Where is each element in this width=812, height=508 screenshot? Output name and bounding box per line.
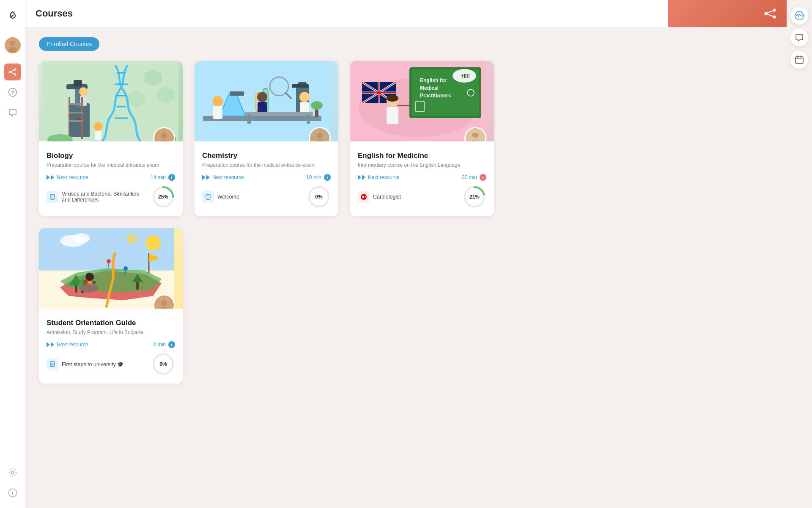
biology-image [39,61,183,141]
biology-resource-name: Viruses and Bacteria: Similarities and D… [62,191,148,203]
svg-point-122 [73,233,90,243]
english-progress: 21% [463,185,486,209]
svg-rect-38 [69,103,83,105]
chemistry-card-body: Chemistry Preparation course for the med… [195,141,338,216]
svg-rect-72 [245,112,313,116]
orientation-progress: 0% [151,352,175,376]
svg-point-135 [85,273,94,281]
english-resource-icon [358,191,370,203]
svg-point-76 [317,133,323,139]
svg-text:HI!!: HI!! [461,73,470,79]
svg-point-120 [127,234,137,244]
svg-point-138 [92,281,96,284]
right-heartpulse-btn[interactable] [790,7,808,25]
chemistry-resource-name: Welcome [217,194,304,200]
svg-rect-58 [292,84,309,88]
svg-text:i: i [12,490,14,496]
svg-rect-39 [69,112,83,113]
enrolled-courses-badge[interactable]: Enrolled Courses [39,37,99,51]
svg-point-107 [387,95,398,102]
svg-point-119 [145,235,161,251]
orientation-subtitle: Admission, Study Program, Life in Bulgar… [47,329,175,335]
english-time-info: i [480,174,486,181]
chemistry-resource-row: Welcome 0% [202,185,331,209]
biology-time: 14 min [151,174,166,180]
sidebar-item-chat[interactable] [4,104,21,121]
biology-subtitle: Preparation course for the medical entra… [47,162,175,168]
right-calendar-btn[interactable] [790,51,808,69]
svg-line-6 [10,69,15,72]
svg-line-19 [766,14,774,17]
svg-rect-32 [74,80,82,86]
svg-point-131 [123,266,128,271]
english-card-body: English for Medicine Intermediary course… [350,141,494,216]
chemistry-next-resource: Next resource 10 min i [202,174,331,181]
biology-next-resource-label[interactable]: Next resource [57,174,88,180]
orientation-image [39,228,183,309]
orientation-time-info: i [168,341,175,348]
orientation-title: Student Orientation Guide [47,319,175,327]
sidebar-item-info[interactable]: i [4,484,21,501]
chemistry-title: Chemistry [202,152,331,160]
svg-rect-74 [307,115,310,124]
sidebar-item-settings[interactable] [4,464,21,481]
chemistry-time-info: i [324,174,331,181]
biology-progress: 25% [151,185,175,209]
biology-resource-row: Viruses and Bacteria: Similarities and D… [47,185,175,209]
orientation-progress-text: 0% [159,361,167,367]
orientation-card-body: Student Orientation Guide Admission, Stu… [39,309,183,384]
right-chat-btn[interactable] [790,29,808,47]
svg-line-18 [766,10,774,14]
english-image: English for Medical Practitioners HI!! [350,61,494,141]
chemistry-resource-icon [202,191,214,203]
sidebar-item-share[interactable] [4,64,21,80]
chemistry-progress: 0% [307,185,331,209]
svg-point-1 [10,41,15,46]
svg-rect-73 [247,115,251,124]
svg-rect-40 [69,120,83,122]
english-resource-row: Cardiologist 21% [358,185,486,209]
english-next-resource-label[interactable]: Next resource [368,174,400,180]
next-resource-arrows-eng [358,175,365,180]
course-card-orientation[interactable]: Student Orientation Guide Admission, Stu… [39,228,183,384]
header-accent [668,0,787,27]
biology-next-resource: Next resource 14 min i [47,174,175,181]
right-sidebar [787,0,812,508]
chemistry-progress-text: 0% [315,194,322,200]
course-card-biology[interactable]: Biology Preparation course for the medic… [39,61,183,216]
svg-point-46 [161,133,167,139]
app-logo[interactable] [4,7,21,24]
orientation-next-resource-label[interactable]: Next resource [57,342,88,348]
courses-page: Enrolled Courses [25,27,787,508]
orientation-time: 0 min [154,342,166,348]
english-subtitle: Intermediary course on the English Langu… [358,162,486,168]
english-progress-text: 21% [469,194,480,200]
svg-point-64 [213,96,223,106]
svg-point-66 [257,92,267,102]
english-title: English for Medicine [358,152,486,160]
biology-progress-text: 25% [158,194,168,200]
orientation-resource-name: First steps to university 🎓 [62,361,148,367]
english-next-resource: Next resource 20 min i [358,174,486,181]
svg-rect-14 [796,57,803,64]
next-resource-arrows [47,175,54,180]
svg-point-139 [80,284,98,293]
orientation-resource-icon [47,358,58,370]
chemistry-next-resource-label[interactable]: Next resource [212,174,244,180]
page-title: Courses [25,0,668,27]
sidebar-bottom: i [4,464,21,501]
chemistry-time: 10 min [306,174,321,180]
svg-point-71 [311,101,323,110]
svg-point-10 [11,471,14,474]
user-avatar[interactable] [5,37,21,53]
svg-text:Practitioners: Practitioners [420,93,451,99]
biology-time-info: i [168,174,175,181]
course-card-chemistry[interactable]: Chemistry Preparation course for the med… [195,61,338,216]
svg-rect-113 [362,196,364,198]
share-icon [764,8,776,19]
left-sidebar: ? i [0,0,25,508]
page-header: Courses [25,0,787,27]
svg-text:?: ? [11,89,14,96]
sidebar-item-help[interactable]: ? [4,84,21,101]
course-card-english[interactable]: English for Medical Practitioners HI!! [350,61,494,216]
